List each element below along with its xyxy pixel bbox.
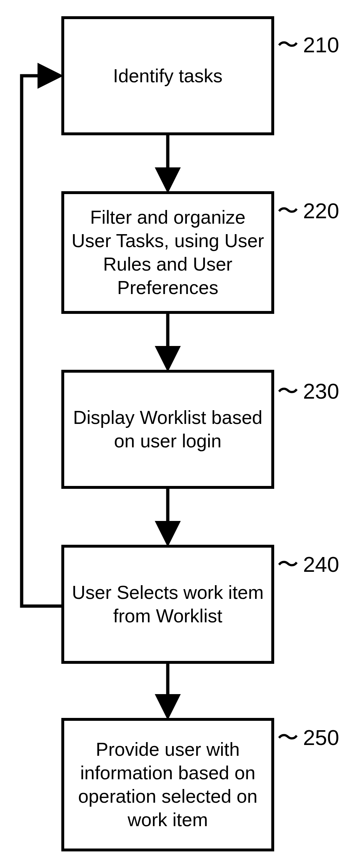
node-240: User Selects work item from Worklist <box>61 545 274 664</box>
label-220: 220 <box>303 198 339 223</box>
tilde-210: 〜 <box>277 34 299 56</box>
label-230: 230 <box>303 379 339 404</box>
node-230: Display Worklist based on user login <box>61 370 274 489</box>
label-240: 240 <box>303 552 339 577</box>
node-250-text: Provide user with information based on o… <box>71 738 264 832</box>
node-220: Filter and organize User Tasks, using Us… <box>61 191 274 314</box>
flowchart-canvas: Identify tasks 〜 210 Filter and organize… <box>0 0 355 868</box>
tilde-220: 〜 <box>277 200 299 222</box>
node-210-text: Identify tasks <box>113 64 222 88</box>
node-230-text: Display Worklist based on user login <box>71 406 264 453</box>
tilde-240: 〜 <box>277 554 299 575</box>
label-250: 250 <box>303 725 339 750</box>
node-250: Provide user with information based on o… <box>61 718 274 851</box>
node-240-text: User Selects work item from Worklist <box>71 581 264 628</box>
tilde-250: 〜 <box>277 727 299 749</box>
node-220-text: Filter and organize User Tasks, using Us… <box>71 206 264 299</box>
tilde-230: 〜 <box>277 381 299 402</box>
node-210: Identify tasks <box>61 16 274 135</box>
label-210: 210 <box>303 32 339 57</box>
